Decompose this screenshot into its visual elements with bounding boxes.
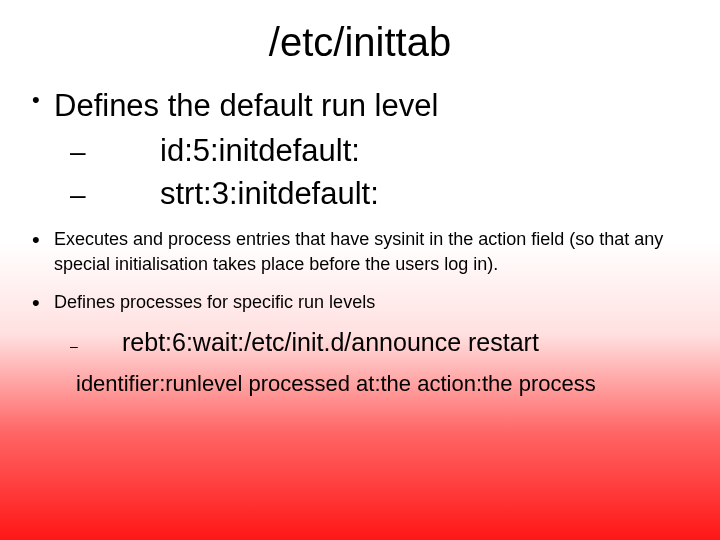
footer-line: identifier:runlevel processed at:the act… xyxy=(32,371,688,397)
bullet-3-text: Defines processes for specific run level… xyxy=(54,290,375,314)
sub-3-text: rebt:6:wait:/etc/init.d/announce restart xyxy=(122,328,539,357)
bullet-1-text: Defines the default run level xyxy=(54,87,438,126)
bullet-icon: • xyxy=(32,87,54,113)
sub-item: – rebt:6:wait:/etc/init.d/announce resta… xyxy=(70,328,688,357)
bullet-3: • Defines processes for specific run lev… xyxy=(32,290,688,357)
bullet-3-sublist: – rebt:6:wait:/etc/init.d/announce resta… xyxy=(32,328,688,357)
slide: /etc/inittab • Defines the default run l… xyxy=(0,0,720,540)
bullet-1-sublist: – id:5:initdefault: – strt:3:initdefault… xyxy=(32,132,688,214)
bullet-2-text: Executes and process entries that have s… xyxy=(54,227,688,276)
dash-icon: – xyxy=(70,179,160,211)
bullet-1: • Defines the default run level – id:5:i… xyxy=(32,87,688,213)
bullet-2: • Executes and process entries that have… xyxy=(32,227,688,276)
sub-item: – strt:3:initdefault: xyxy=(70,175,688,214)
sub-1-text: id:5:initdefault: xyxy=(160,132,360,171)
bullet-list: • Defines the default run level – id:5:i… xyxy=(32,87,688,357)
sub-item: – id:5:initdefault: xyxy=(70,132,688,171)
dash-icon: – xyxy=(70,136,160,168)
bullet-icon: • xyxy=(32,227,54,253)
bullet-icon: • xyxy=(32,290,54,316)
dash-icon: – xyxy=(70,338,122,354)
slide-title: /etc/inittab xyxy=(32,20,688,65)
sub-2-text: strt:3:initdefault: xyxy=(160,175,379,214)
